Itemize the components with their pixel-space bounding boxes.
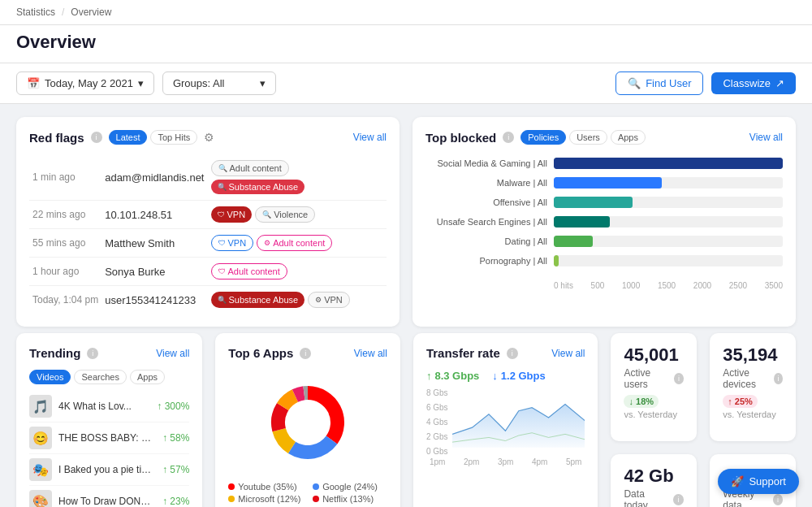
stat-label: Active users i (624, 367, 684, 390)
page-title: Overview (16, 32, 796, 53)
info-icon[interactable]: i (300, 348, 311, 359)
legend-dot (228, 496, 235, 502)
tab-top-hits[interactable]: Top Hits (150, 130, 197, 145)
time-cell: 22 mins ago (29, 201, 102, 229)
tags-cell: 🛡Adult content (208, 258, 387, 286)
top-apps-title: Top 6 Apps (228, 346, 293, 360)
bar-fill (554, 197, 633, 208)
time-labels: 1pm2pm3pm4pm5pm (426, 457, 585, 466)
time-cell: 1 min ago (29, 154, 102, 201)
list-item[interactable]: 🎭 I Baked you a pie tiktok ↑ 57% (29, 454, 189, 486)
view-all-transfer[interactable]: View all (551, 348, 585, 359)
info-icon[interactable]: i (91, 132, 102, 143)
stat-value: 42 Gb (624, 466, 684, 487)
support-button[interactable]: 🚀 Support (718, 469, 799, 494)
tab-videos[interactable]: Videos (29, 370, 71, 384)
info-icon[interactable]: i (774, 373, 783, 384)
trending-thumb: 😊 (29, 427, 52, 449)
view-all-red-flags[interactable]: View all (353, 132, 387, 143)
trending-name: How To Draw DONAL... (58, 496, 156, 507)
groups-value: Groups: All (173, 77, 225, 89)
bar-label: Offensive | All (425, 197, 547, 207)
tag[interactable]: 🔍Substance Abuse (211, 180, 305, 194)
bar-label: Social Media & Gaming | All (425, 158, 547, 168)
tag[interactable]: 🔍Adult content (211, 160, 289, 176)
breadcrumb-parent[interactable]: Statistics (16, 6, 55, 18)
bar-row: Offensive | All (425, 197, 783, 208)
tag[interactable]: 🛡VPN (211, 235, 254, 251)
bar-fill (554, 255, 559, 266)
list-item[interactable]: 😊 THE BOSS BABY: FA... ↑ 58% (29, 422, 189, 454)
info-icon[interactable]: i (507, 348, 518, 359)
trending-thumb: 🎭 (29, 458, 52, 481)
download-value: 1.2 Gbps (501, 370, 546, 382)
gear-settings-icon[interactable]: ⚙ (204, 131, 214, 144)
info-icon[interactable]: i (87, 348, 98, 359)
tag[interactable]: 🛡VPN (211, 206, 253, 223)
chevron-down-icon: ▾ (260, 77, 266, 89)
groups-picker[interactable]: Groups: All ▾ (162, 72, 276, 95)
stat-vs: vs. Yesterday (624, 410, 684, 419)
tab-users[interactable]: Users (569, 130, 607, 145)
info-icon[interactable]: i (773, 494, 783, 505)
tag[interactable]: 🔍Violence (255, 206, 315, 223)
bar-label: Malware | All (425, 178, 547, 188)
view-all-trending[interactable]: View all (156, 348, 189, 359)
tag[interactable]: ⚙VPN (308, 292, 350, 308)
chevron-down-icon: ▾ (138, 77, 144, 89)
tab-latest[interactable]: Latest (109, 130, 148, 145)
tab-policies[interactable]: Policies (520, 130, 566, 145)
stat-card: 45,001 Active users i ↓ 18% vs. Yesterda… (611, 333, 697, 441)
view-all-apps[interactable]: View all (354, 348, 387, 359)
table-row: 1 min ago adam@midlandis.net 🔍Adult cont… (29, 154, 387, 201)
transfer-rate-card: Transfer rate i View all ↑ 8.3 Gbps ↓ 1.… (413, 333, 598, 507)
find-user-button[interactable]: 🔍 Find User (615, 72, 703, 95)
classwize-button[interactable]: Classwize ↗ (711, 72, 796, 94)
bar-row: Unsafe Search Engines | All (425, 216, 783, 228)
x-axis-labels: 0 hits50010001500200025003500 (425, 281, 783, 290)
stat-label: Data today i (624, 488, 684, 508)
upload-icon: ↑ (426, 370, 432, 382)
stat-change: ↑ 25% (723, 395, 758, 408)
bar-label: Pornography | All (425, 256, 547, 266)
donut-segment[interactable] (308, 386, 344, 444)
list-item[interactable]: 🎨 How To Draw DONAL... ↑ 23% (29, 486, 189, 507)
tag[interactable]: 🔍Substance Abuse (211, 292, 305, 308)
legend-item: Netflix (13%) (313, 494, 387, 504)
table-row: Today, 1:04 pm user155341241233 🔍Substan… (29, 286, 387, 314)
info-icon[interactable]: i (674, 373, 684, 384)
trending-card: Trending i View all Videos Searches Apps… (16, 333, 202, 507)
trending-title: Trending (29, 346, 80, 360)
tab-apps-trending[interactable]: Apps (130, 370, 165, 384)
info-icon[interactable]: i (503, 132, 514, 143)
trending-list: 🎵 4K What is Lov... ↑ 300% 😊 THE BOSS BA… (29, 391, 189, 507)
tab-searches[interactable]: Searches (74, 370, 126, 384)
donut-chart-container: Youtube (35%)Google (24%)Microsoft (12%)… (228, 370, 387, 507)
transfer-rate-title: Transfer rate (426, 346, 500, 360)
red-flags-title: Red flags (29, 131, 84, 145)
trending-thumb: 🎨 (29, 490, 52, 507)
trending-name: THE BOSS BABY: FA... (58, 432, 156, 444)
bar-label: Dating | All (425, 236, 547, 246)
top-blocked-chart: Social Media & Gaming | All Malware | Al… (425, 154, 783, 278)
trending-tabs: Videos Searches Apps (29, 370, 189, 384)
legend-dot (228, 483, 235, 490)
date-picker[interactable]: 📅 Today, May 2 2021 ▾ (16, 72, 154, 95)
list-item[interactable]: 🎵 4K What is Lov... ↑ 300% (29, 391, 189, 422)
table-row: 22 mins ago 10.101.248.51 🛡VPN🔍Violence (29, 201, 387, 229)
donut-segment[interactable] (288, 436, 338, 459)
tag[interactable]: ⚙Adult content (257, 235, 332, 251)
user-cell: Sonya Burke (102, 258, 207, 286)
bar-fill (554, 177, 662, 188)
tab-apps[interactable]: Apps (611, 130, 646, 145)
legend-item: Youtube (35%) (228, 482, 303, 492)
tag[interactable]: 🛡Adult content (211, 263, 287, 280)
stat-vs: vs. Yesterday (723, 410, 783, 419)
trending-name: I Baked you a pie tiktok (58, 464, 156, 475)
tags-cell: 🛡VPN⚙Adult content (208, 229, 387, 258)
transfer-chart-area: 8 Gbs6 Gbs4 Gbs2 Gbs0 Gbs (426, 388, 585, 456)
calendar-icon: 📅 (27, 77, 40, 89)
top-blocked-title: Top blocked (425, 131, 496, 145)
info-icon[interactable]: i (673, 494, 685, 505)
view-all-top-blocked[interactable]: View all (749, 132, 783, 143)
